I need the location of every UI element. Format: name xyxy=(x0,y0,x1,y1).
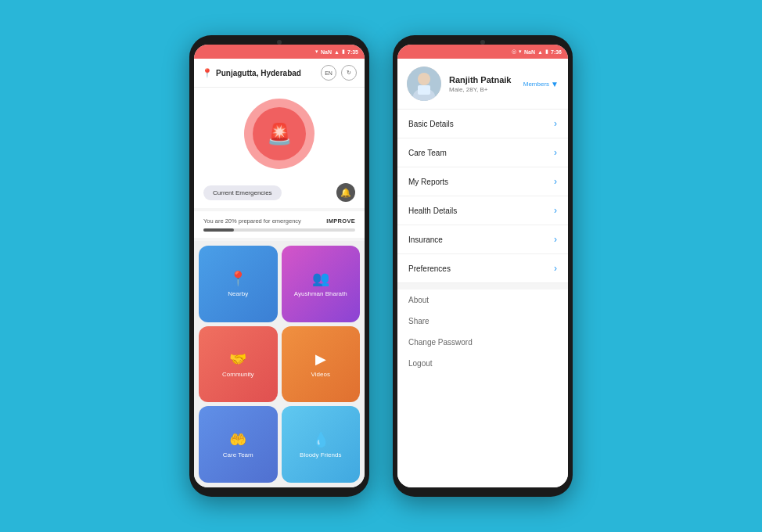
header-icons: EN ↻ xyxy=(321,65,357,81)
careteam-icon: 🤲 xyxy=(229,431,246,448)
phone-1: ▾ NaN ▲ ▮ 7:35 📍 Punjagutta, Hyderabad E… xyxy=(189,35,369,497)
videos-label: Videos xyxy=(311,371,330,378)
svg-rect-3 xyxy=(418,85,430,95)
about-label: About xyxy=(408,296,429,304)
phone-1-screen: ▾ NaN ▲ ▮ 7:35 📍 Punjagutta, Hyderabad E… xyxy=(194,45,365,487)
current-emergencies-button[interactable]: Current Emergencies xyxy=(203,185,282,200)
menu-item-care-team[interactable]: Care Team › xyxy=(397,138,568,167)
progress-section: You are 20% prepared for emergency IMPRO… xyxy=(194,211,365,238)
care-team-chevron: › xyxy=(554,147,557,158)
plain-menu-section: About Share Change Password Logout xyxy=(397,289,568,374)
refresh-icon: ↻ xyxy=(347,70,351,76)
phone1-header: 📍 Punjagutta, Hyderabad EN ↻ xyxy=(194,59,365,88)
network-badge-1: NaN xyxy=(321,49,332,55)
preferences-chevron: › xyxy=(554,263,557,274)
reports-label: My Reports xyxy=(408,178,448,186)
members-label: Members xyxy=(523,81,549,88)
menu-item-reports[interactable]: My Reports › xyxy=(397,167,568,196)
change-password-label: Change Password xyxy=(408,338,473,347)
emergency-section: 🚨 xyxy=(194,88,365,177)
language-button[interactable]: EN xyxy=(321,65,336,81)
improve-button[interactable]: IMPROVE xyxy=(326,217,355,225)
nearby-button[interactable]: 📍 Nearby xyxy=(199,246,278,322)
progress-bar-background xyxy=(203,228,355,232)
insurance-chevron: › xyxy=(554,234,557,245)
language-label: EN xyxy=(325,70,332,76)
status-bar-1: ▾ NaN ▲ ▮ 7:35 xyxy=(194,45,365,59)
time-2: 7:36 xyxy=(551,49,562,55)
wifi-icon-2: ▲ xyxy=(537,49,543,55)
location-pin-icon: 📍 xyxy=(202,68,213,78)
basic-details-chevron: › xyxy=(554,118,557,129)
signal-icon-2: ▾ xyxy=(519,49,522,55)
profile-section: Ranjith Patnaik Male, 28Y, B+ Members ▼ xyxy=(397,59,568,110)
emergency-inner-circle[interactable]: 🚨 xyxy=(253,107,306,160)
profile-info: Ranjith Patnaik Male, 28Y, B+ xyxy=(449,75,516,93)
share-label: Share xyxy=(408,317,430,325)
ayushman-button[interactable]: 👥 Ayushman Bharath xyxy=(282,246,361,322)
community-icon: 🤝 xyxy=(229,350,246,368)
ayushman-label: Ayushman Bharath xyxy=(294,290,347,297)
menu-item-insurance[interactable]: Insurance › xyxy=(397,225,568,254)
videos-button[interactable]: ▶ Videos xyxy=(282,326,361,403)
bell-icon: 🔔 xyxy=(340,188,351,198)
menu-item-basic-details[interactable]: Basic Details › xyxy=(397,110,568,138)
community-button[interactable]: 🤝 Community xyxy=(199,326,278,403)
insurance-label: Insurance xyxy=(408,235,443,244)
location-status-icon: ◎ xyxy=(512,49,516,55)
status-bar-2: ◎ ▾ NaN ▲ ▮ 7:36 xyxy=(397,45,568,59)
battery-icon-1: ▮ xyxy=(342,49,345,55)
menu-item-about[interactable]: About xyxy=(397,289,568,311)
careteam-button[interactable]: 🤲 Care Team xyxy=(199,406,278,483)
profile-sub: Male, 28Y, B+ xyxy=(449,86,516,93)
avatar-svg xyxy=(407,66,441,101)
wifi-icon-1: ▲ xyxy=(334,49,340,55)
svg-point-1 xyxy=(418,73,430,85)
menu-item-preferences[interactable]: Preferences › xyxy=(397,254,568,283)
ayushman-icon: 👥 xyxy=(312,270,329,287)
videos-icon: ▶ xyxy=(315,350,326,368)
emergency-buttons-row: Current Emergencies 🔔 xyxy=(194,177,365,208)
emergency-outer-circle: 🚨 xyxy=(244,99,315,169)
progress-row: You are 20% prepared for emergency IMPRO… xyxy=(203,217,355,225)
menu-item-share[interactable]: Share xyxy=(397,311,568,332)
location-row: 📍 Punjagutta, Hyderabad xyxy=(202,68,301,78)
grid-section: 📍 Nearby 👥 Ayushman Bharath 🤝 Community … xyxy=(194,241,365,487)
menu-divider xyxy=(397,283,568,289)
refresh-button[interactable]: ↻ xyxy=(341,65,357,81)
signal-icon-1: ▾ xyxy=(315,49,318,55)
bloody-friends-button[interactable]: 💧 Bloody Friends xyxy=(282,406,361,483)
careteam-label: Care Team xyxy=(223,451,253,458)
progress-bar-fill xyxy=(203,228,234,232)
nearby-icon: 📍 xyxy=(229,270,246,287)
preferences-label: Preferences xyxy=(408,264,451,273)
battery-icon-2: ▮ xyxy=(545,49,548,55)
bloody-label: Bloody Friends xyxy=(300,451,341,458)
nearby-label: Nearby xyxy=(228,290,248,297)
notification-bell-button[interactable]: 🔔 xyxy=(336,183,355,202)
profile-name: Ranjith Patnaik xyxy=(449,75,516,84)
health-details-label: Health Details xyxy=(408,207,457,215)
alarm-icon: 🚨 xyxy=(267,122,292,146)
members-button[interactable]: Members ▼ xyxy=(523,80,559,88)
avatar xyxy=(407,66,441,101)
members-dropdown-icon: ▼ xyxy=(551,80,559,88)
progress-text: You are 20% prepared for emergency xyxy=(203,217,301,225)
care-team-label: Care Team xyxy=(408,149,447,157)
community-label: Community xyxy=(222,371,253,378)
menu-section: Basic Details › Care Team › My Reports ›… xyxy=(397,110,568,487)
basic-details-label: Basic Details xyxy=(408,120,454,128)
time-1: 7:35 xyxy=(347,49,358,55)
network-badge-2: NaN xyxy=(524,49,535,55)
location-text: Punjagutta, Hyderabad xyxy=(216,69,301,77)
reports-chevron: › xyxy=(554,176,557,187)
logout-label: Logout xyxy=(408,359,433,368)
phone-2: ◎ ▾ NaN ▲ ▮ 7:36 Ranjith Pa xyxy=(393,35,573,497)
health-details-chevron: › xyxy=(554,205,557,216)
phones-container: ▾ NaN ▲ ▮ 7:35 📍 Punjagutta, Hyderabad E… xyxy=(189,35,573,497)
menu-item-change-password[interactable]: Change Password xyxy=(397,332,568,353)
menu-item-logout[interactable]: Logout xyxy=(397,353,568,374)
bloody-icon: 💧 xyxy=(312,431,329,448)
phone-2-screen: ◎ ▾ NaN ▲ ▮ 7:36 Ranjith Pa xyxy=(397,45,568,487)
menu-item-health-details[interactable]: Health Details › xyxy=(397,196,568,225)
